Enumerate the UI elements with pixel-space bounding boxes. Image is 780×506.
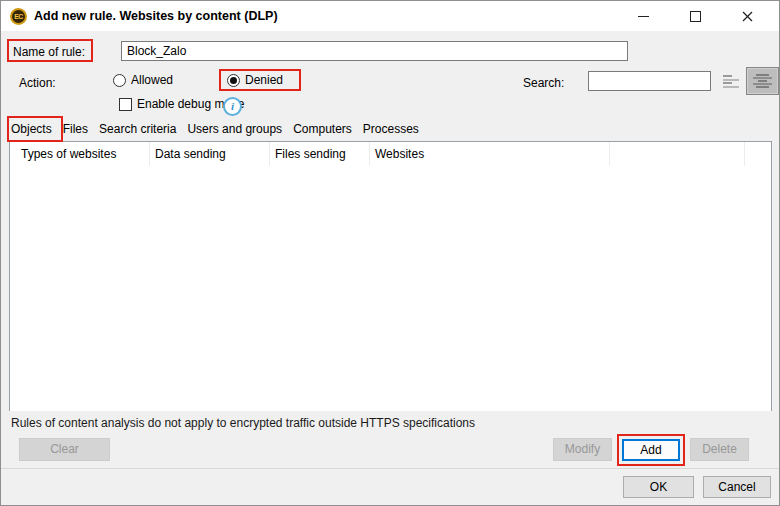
table-body-empty [10,166,771,411]
radio-denied[interactable]: Denied [227,73,283,87]
tab-users-and-groups[interactable]: Users and groups [187,122,282,136]
close-icon [742,11,753,22]
checkbox-icon [119,98,132,111]
radio-allowed-label: Allowed [131,73,173,87]
column-header-data-sending[interactable]: Data sending [150,142,270,166]
column-header-types-of-websites[interactable]: Types of websites [10,142,150,166]
clear-button: Clear [19,438,110,461]
column-header-empty[interactable] [610,142,745,166]
table-header: Types of websites Data sending Files sen… [10,142,771,166]
ok-button[interactable]: OK [623,476,694,498]
footer-separator [1,468,779,469]
window-controls [617,1,773,31]
minimize-button[interactable] [617,1,669,31]
add-rule-dialog: EC Add new rule. Websites by content (DL… [0,0,780,506]
radio-allowed-circle-icon [113,74,126,87]
column-header-filler [745,142,771,166]
radio-denied-circle-icon [227,74,240,87]
cancel-button[interactable]: Cancel [703,476,771,498]
info-icon[interactable]: i [223,97,242,116]
close-button[interactable] [721,1,773,31]
column-header-files-sending[interactable]: Files sending [270,142,370,166]
app-logo-icon: EC [10,8,27,25]
action-label: Action: [19,76,56,90]
modify-button: Modify [553,438,612,461]
tab-computers[interactable]: Computers [293,122,352,136]
expand-all-button[interactable] [746,67,779,95]
search-input[interactable] [588,71,711,91]
maximize-button[interactable] [669,1,721,31]
radio-allowed[interactable]: Allowed [113,73,173,87]
add-button[interactable]: Add [622,439,680,461]
collapse-all-button[interactable] [721,73,741,89]
tab-strip: Objects Files Search criteria Users and … [11,122,419,136]
delete-button: Delete [690,438,749,461]
tab-search-criteria[interactable]: Search criteria [99,122,176,136]
https-note: Rules of content analysis do not apply t… [11,416,475,430]
window-title: Add new rule. Websites by content (DLP) [34,9,278,23]
title-bar: EC Add new rule. Websites by content (DL… [1,1,779,31]
search-label: Search: [523,76,564,90]
column-header-websites[interactable]: Websites [370,142,610,166]
tab-objects[interactable]: Objects [11,122,52,136]
minimize-icon [638,16,649,17]
collapse-all-icon [723,74,740,89]
maximize-icon [690,11,701,22]
tab-files[interactable]: Files [63,122,88,136]
tab-processes[interactable]: Processes [363,122,419,136]
expand-all-icon [753,73,772,90]
objects-table: Types of websites Data sending Files sen… [9,141,772,411]
radio-denied-label: Denied [245,73,283,87]
name-of-rule-label: Name of rule: [13,45,85,59]
rule-name-input[interactable] [121,41,628,61]
